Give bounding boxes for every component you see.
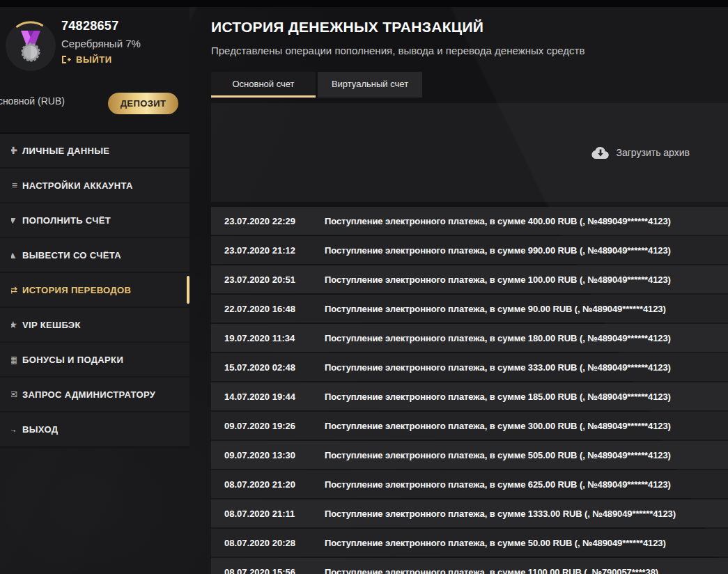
page-subtitle: Представлены операции пополнения, вывода…: [211, 45, 728, 56]
top-page-strip: [0, 0, 728, 7]
loyalty-level: Серебряный 7%: [61, 38, 141, 49]
transaction-date: 23.07.2020 21:12: [211, 245, 325, 256]
transaction-description: Поступление электронного платежа, в сумм…: [325, 274, 671, 285]
settings-sliders-icon: ≡: [11, 179, 18, 192]
transaction-date: 09.07.2020 13:30: [211, 450, 325, 460]
message-icon: ✉: [11, 388, 18, 401]
download-archive-link[interactable]: Загрузить архив: [591, 146, 690, 160]
transaction-description: Поступление электронного платежа, в сумм…: [325, 538, 666, 548]
avatar: [6, 21, 56, 71]
logout-label: ВЫЙТИ: [76, 54, 112, 65]
sidebar-item-label: НАСТРОЙКИ АККАУНТА: [22, 180, 133, 191]
transaction-description: Поступление электронного платежа, в сумм…: [325, 509, 676, 519]
sidebar-item-bonuses[interactable]: ▦ БОНУСЫ И ПОДАРКИ: [0, 343, 189, 376]
tab-label: Основной счет: [232, 79, 294, 89]
card-withdraw-icon: ▲: [11, 249, 18, 261]
transaction-description: Поступление электронного платежа, в сумм…: [325, 567, 658, 574]
deposit-button[interactable]: ДЕПОЗИТ: [108, 93, 178, 114]
tab-label: Виртуальный счет: [332, 79, 408, 89]
sidebar-item-label: ПОПОЛНИТЬ СЧЁТ: [22, 215, 111, 226]
filter-panel: Загрузить архив: [211, 103, 728, 202]
user-id: 74828657: [61, 19, 119, 33]
wallet-icon: ▼: [11, 214, 18, 226]
transaction-date: 08.07.2020 15:56: [211, 567, 325, 574]
sidebar-menu: ✚ ЛИЧНЫЕ ДАННЫЕ ≡ НАСТРОЙКИ АККАУНТА ▼ П…: [0, 132, 189, 446]
transaction-description: Поступление электронного платежа, в сумм…: [325, 479, 671, 490]
account-sidebar: 74828657 Серебряный 7% ВЫЙТИ Основной (R…: [0, 7, 189, 449]
sidebar-item-admin-request[interactable]: ✉ ЗАПРОС АДМИНИСТРАТОРУ: [0, 378, 189, 411]
gift-icon: ▦: [11, 353, 18, 366]
sidebar-item-label: ВЫВЕСТИ СО СЧЁТА: [22, 250, 121, 261]
transaction-description: Поступление электронного платежа, в сумм…: [325, 245, 671, 256]
transaction-description: Поступление электронного платежа, в сумм…: [325, 421, 671, 431]
sidebar-item-label: VIP КЕШБЭК: [22, 320, 81, 330]
sidebar-item-label: ВЫХОД: [22, 424, 58, 435]
transaction-description: Поступление электронного платежа, в сумм…: [325, 362, 671, 373]
transaction-description: Поступление электронного платежа, в сумм…: [325, 304, 666, 314]
exit-icon: →: [11, 423, 18, 435]
transaction-date: 23.07.2020 22:29: [211, 216, 325, 226]
transaction-row[interactable]: 09.07.2020 13:30 Поступление электронног…: [211, 441, 728, 469]
silver-medal-icon: [6, 21, 56, 71]
transaction-row[interactable]: 15.07.2020 02:48 Поступление электронног…: [211, 353, 728, 381]
transaction-date: 22.07.2020 16:48: [211, 304, 325, 314]
sidebar-item-deposit[interactable]: ▼ ПОПОЛНИТЬ СЧЁТ: [0, 203, 189, 237]
transaction-date: 19.07.2020 11:34: [211, 333, 325, 343]
transaction-row[interactable]: 14.07.2020 19:44 Поступление электронног…: [211, 382, 728, 410]
page-title: ИСТОРИЯ ДЕНЕЖНЫХ ТРАНЗАКЦИЙ: [211, 19, 728, 36]
sidebar-item-label: ЛИЧНЫЕ ДАННЫЕ: [22, 146, 109, 156]
sidebar-item-account-settings[interactable]: ≡ НАСТРОЙКИ АККАУНТА: [0, 169, 189, 202]
transaction-row[interactable]: 22.07.2020 16:48 Поступление электронног…: [211, 295, 728, 323]
transaction-row[interactable]: 08.07.2020 21:11 Поступление электронног…: [211, 499, 728, 527]
sidebar-item-vip-cashback[interactable]: ★ VIP КЕШБЭК: [0, 308, 189, 341]
transaction-date: 14.07.2020 19:44: [211, 391, 325, 402]
transaction-row[interactable]: 23.07.2020 21:12 Поступление электронног…: [211, 236, 728, 264]
sidebar-item-label: БОНУСЫ И ПОДАРКИ: [22, 355, 123, 365]
logout-icon: [61, 55, 72, 64]
tab-main-account[interactable]: Основной счет: [211, 72, 316, 98]
sidebar-item-withdraw[interactable]: ▲ ВЫВЕСТИ СО СЧЁТА: [0, 238, 189, 272]
tab-virtual-account[interactable]: Виртуальный счет: [318, 72, 422, 98]
person-add-icon: ✚: [11, 144, 18, 157]
vip-crown-icon: ★: [11, 318, 18, 331]
transaction-date: 23.07.2020 20:51: [211, 274, 325, 285]
transaction-row[interactable]: 23.07.2020 22:29 Поступление электронног…: [211, 207, 728, 235]
transaction-row[interactable]: 08.07.2020 20:28 Поступление электронног…: [211, 529, 728, 557]
sidebar-item-transfer-history[interactable]: ⇄ ИСТОРИЯ ПЕРЕВОДОВ: [0, 273, 189, 307]
transactions-list: 23.07.2020 22:29 Поступление электронног…: [211, 207, 728, 574]
transaction-row[interactable]: 19.07.2020 11:34 Поступление электронног…: [211, 324, 728, 352]
transaction-row[interactable]: 09.07.2020 19:26 Поступление электронног…: [211, 412, 728, 440]
profile-block: 74828657 Серебряный 7% ВЫЙТИ Основной (R…: [0, 7, 189, 132]
main-content: ИСТОРИЯ ДЕНЕЖНЫХ ТРАНЗАКЦИЙ Представлены…: [211, 7, 728, 574]
sidebar-item-logout[interactable]: → ВЫХОД: [0, 412, 189, 446]
transaction-date: 08.07.2020 21:11: [211, 509, 325, 519]
transaction-row[interactable]: 08.07.2020 21:20 Поступление электронног…: [211, 470, 728, 498]
transaction-date: 09.07.2020 19:26: [211, 421, 325, 431]
transaction-description: Поступление электронного платежа, в сумм…: [325, 450, 671, 460]
transaction-description: Поступление электронного платежа, в сумм…: [325, 216, 671, 226]
transaction-row[interactable]: 23.07.2020 20:51 Поступление электронног…: [211, 265, 728, 293]
wallet-name: Основной (RUB): [0, 95, 65, 107]
transaction-date: 15.07.2020 02:48: [211, 362, 325, 373]
cloud-download-icon: [591, 146, 610, 160]
logout-link[interactable]: ВЫЙТИ: [61, 54, 112, 65]
sidebar-item-label: ЗАПРОС АДМИНИСТРАТОРУ: [22, 389, 155, 400]
account-tabs: Основной счет Виртуальный счет: [211, 72, 728, 98]
sidebar-item-personal-data[interactable]: ✚ ЛИЧНЫЕ ДАННЫЕ: [0, 134, 189, 167]
transfer-history-icon: ⇄: [11, 284, 18, 296]
transaction-row[interactable]: 08.07.2020 15:56 Поступление электронног…: [211, 558, 728, 574]
download-archive-label: Загрузить архив: [617, 147, 690, 158]
transaction-description: Поступление электронного платежа, в сумм…: [325, 333, 671, 343]
transaction-date: 08.07.2020 21:20: [211, 479, 325, 490]
transaction-description: Поступление электронного платежа, в сумм…: [325, 391, 671, 402]
transaction-date: 08.07.2020 20:28: [211, 538, 325, 548]
sidebar-item-label: ИСТОРИЯ ПЕРЕВОДОВ: [22, 285, 131, 295]
